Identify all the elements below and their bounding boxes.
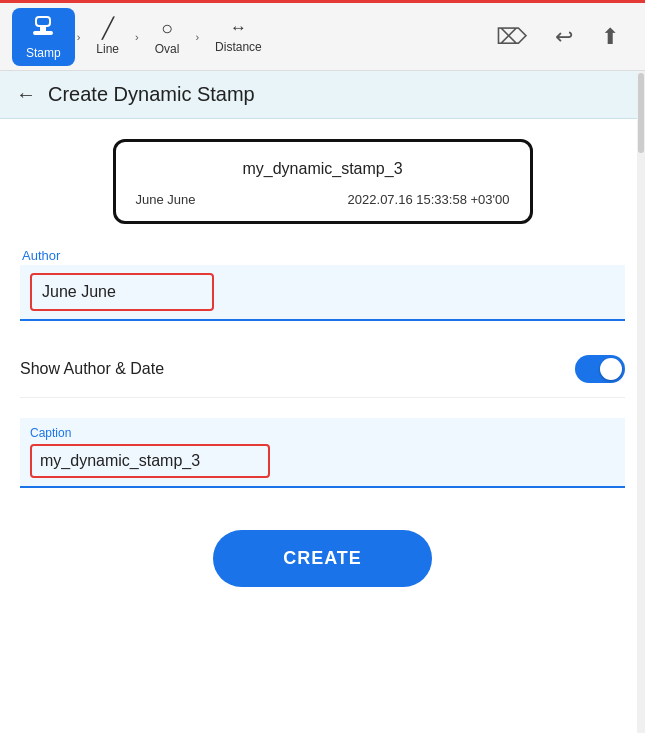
show-author-date-toggle[interactable] [575,355,625,383]
oval-label: Oval [155,42,180,56]
toolbar-stamp[interactable]: Stamp [12,8,75,66]
toggle-label: Show Author & Date [20,360,164,378]
oval-chevron: › [195,31,199,43]
upload-icon: ⬆ [601,24,619,50]
back-button[interactable]: ← [16,83,36,106]
distance-icon: ↔ [230,19,247,36]
eraser-button[interactable]: ⌦ [482,16,541,58]
upload-button[interactable]: ⬆ [587,16,633,58]
arrow-icon: ↩ [555,24,573,50]
scroll-track[interactable] [637,71,645,733]
create-button[interactable]: CREATE [213,530,432,587]
author-input[interactable] [42,283,202,301]
caption-label: Caption [30,426,615,440]
toolbar-distance[interactable]: ↔ Distance [201,13,276,60]
toolbar: Stamp › ╱ Line › ○ Oval › ↔ Distance ⌦ ↩… [0,3,645,71]
distance-label: Distance [215,40,262,54]
page-title: Create Dynamic Stamp [48,83,255,106]
line-label: Line [96,42,119,56]
stamp-chevron: › [77,31,81,43]
author-field-group: Author [20,248,625,321]
author-input-wrap[interactable] [30,273,214,311]
scroll-thumb[interactable] [638,73,644,153]
svg-rect-0 [36,17,50,26]
caption-field-group: Caption [20,418,625,488]
main-content: my_dynamic_stamp_3 June June 2022.07.16 … [0,119,645,587]
line-chevron: › [135,31,139,43]
preview-caption: my_dynamic_stamp_3 [136,160,510,178]
stamp-icon [29,14,57,42]
page-header: ← Create Dynamic Stamp [0,71,645,119]
preview-footer: June June 2022.07.16 15:33:58 +03'00 [136,192,510,207]
author-label: Author [20,248,625,263]
svg-rect-1 [40,26,46,31]
oval-icon: ○ [161,18,173,38]
arrow-button[interactable]: ↩ [541,16,587,58]
stamp-label: Stamp [26,46,61,60]
toolbar-line[interactable]: ╱ Line [82,12,133,62]
preview-datetime: 2022.07.16 15:33:58 +03'00 [348,192,510,207]
toolbar-oval[interactable]: ○ Oval [141,12,194,62]
toggle-row: Show Author & Date [20,341,625,398]
toggle-knob [600,358,622,380]
eraser-icon: ⌦ [496,24,527,50]
caption-input[interactable] [40,452,260,470]
caption-input-wrap[interactable] [30,444,270,478]
line-icon: ╱ [102,18,114,38]
stamp-preview: my_dynamic_stamp_3 June June 2022.07.16 … [113,139,533,224]
preview-author: June June [136,192,196,207]
create-button-wrap: CREATE [20,520,625,587]
svg-rect-2 [33,31,53,35]
